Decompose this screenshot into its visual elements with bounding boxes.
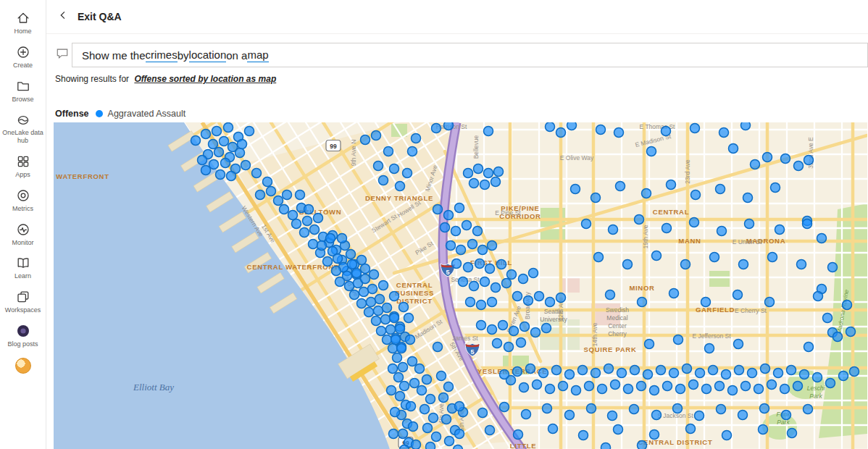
data-point[interactable] [280, 204, 289, 214]
data-point[interactable] [432, 432, 441, 441]
data-point[interactable] [464, 262, 473, 272]
data-point[interactable] [546, 122, 555, 132]
data-point[interactable] [367, 297, 376, 306]
data-point[interactable] [445, 436, 454, 445]
data-point[interactable] [323, 256, 333, 266]
data-point[interactable] [559, 381, 568, 390]
data-point[interactable] [642, 188, 651, 198]
data-point[interactable] [587, 403, 596, 413]
data-point[interactable] [767, 379, 777, 389]
data-point[interactable] [221, 158, 230, 167]
data-point[interactable] [733, 290, 743, 299]
data-point[interactable] [782, 410, 791, 419]
data-point[interactable] [498, 320, 508, 330]
data-point[interactable] [745, 219, 754, 228]
data-point[interactable] [717, 226, 727, 235]
data-point[interactable] [652, 251, 662, 260]
data-point[interactable] [441, 222, 450, 232]
data-point[interactable] [617, 368, 627, 377]
data-point[interactable] [212, 126, 222, 135]
legend-series-label[interactable]: Aggravated Assault [108, 109, 186, 119]
data-point[interactable] [390, 164, 399, 173]
data-point[interactable] [488, 324, 497, 334]
data-point[interactable] [267, 186, 276, 196]
data-point[interactable] [768, 252, 777, 261]
data-point[interactable] [488, 297, 497, 306]
data-point[interactable] [442, 414, 451, 424]
data-point[interactable] [224, 122, 233, 132]
data-point[interactable] [787, 365, 796, 374]
data-point[interactable] [715, 381, 725, 390]
data-point[interactable] [466, 297, 475, 306]
data-point[interactable] [608, 411, 617, 420]
data-point[interactable] [722, 430, 732, 440]
data-point[interactable] [556, 127, 566, 137]
data-point[interactable] [500, 402, 509, 411]
data-point[interactable] [582, 219, 591, 228]
data-point[interactable] [728, 385, 738, 395]
data-point[interactable] [387, 385, 396, 395]
data-point[interactable] [415, 364, 425, 373]
data-point[interactable] [475, 259, 485, 268]
data-point[interactable] [601, 442, 611, 449]
data-point[interactable] [399, 302, 409, 311]
data-point[interactable] [507, 269, 517, 279]
data-point[interactable] [422, 374, 432, 384]
data-point[interactable] [761, 364, 770, 373]
data-point[interactable] [674, 335, 683, 344]
data-point[interactable] [274, 196, 283, 205]
data-point[interactable] [520, 322, 530, 331]
data-point[interactable] [650, 385, 659, 395]
data-point[interactable] [813, 372, 822, 382]
data-point[interactable] [444, 382, 454, 391]
data-point[interactable] [455, 401, 464, 411]
data-point[interactable] [398, 362, 408, 372]
data-point[interactable] [701, 297, 711, 306]
sidebar-item-onelake[interactable]: OneLake data hub [0, 108, 46, 150]
data-point[interactable] [357, 298, 367, 308]
data-point[interactable] [696, 368, 705, 377]
data-point[interactable] [814, 291, 823, 301]
data-point[interactable] [426, 442, 435, 449]
data-point[interactable] [669, 368, 679, 377]
data-point[interactable] [616, 181, 625, 190]
data-point[interactable] [585, 381, 594, 390]
data-point[interactable] [604, 364, 614, 373]
data-point[interactable] [591, 368, 601, 377]
data-point[interactable] [800, 369, 809, 379]
data-point[interactable] [332, 266, 341, 275]
data-point[interactable] [759, 424, 768, 434]
data-point[interactable] [826, 378, 835, 387]
data-point[interactable] [556, 293, 566, 302]
data-point[interactable] [519, 274, 528, 283]
data-point[interactable] [484, 168, 493, 177]
data-point[interactable] [381, 314, 391, 324]
data-point[interactable] [839, 371, 848, 380]
data-point[interactable] [379, 175, 388, 185]
data-point[interactable] [635, 214, 644, 224]
data-point[interactable] [663, 381, 672, 390]
data-point[interactable] [823, 313, 832, 322]
data-point[interactable] [409, 421, 418, 431]
data-point[interactable] [300, 227, 309, 237]
data-point[interactable] [412, 133, 421, 143]
data-point[interactable] [741, 381, 751, 390]
data-point[interactable] [771, 182, 780, 192]
data-point[interactable] [398, 429, 408, 438]
sidebar-item-blog-posts[interactable]: Blog posts [0, 319, 46, 353]
data-point[interactable] [480, 180, 490, 189]
data-point[interactable] [478, 245, 488, 254]
data-point[interactable] [470, 178, 479, 188]
data-point[interactable] [389, 429, 398, 438]
data-point[interactable] [781, 154, 790, 163]
data-point[interactable] [439, 393, 448, 402]
data-point[interactable] [335, 277, 345, 286]
data-point[interactable] [326, 233, 335, 243]
data-point[interactable] [690, 123, 700, 133]
data-point[interactable] [209, 139, 218, 148]
data-point[interactable] [420, 404, 430, 414]
data-point[interactable] [611, 379, 620, 389]
data-point[interactable] [741, 122, 751, 130]
data-point[interactable] [314, 213, 323, 222]
data-point[interactable] [519, 382, 529, 392]
